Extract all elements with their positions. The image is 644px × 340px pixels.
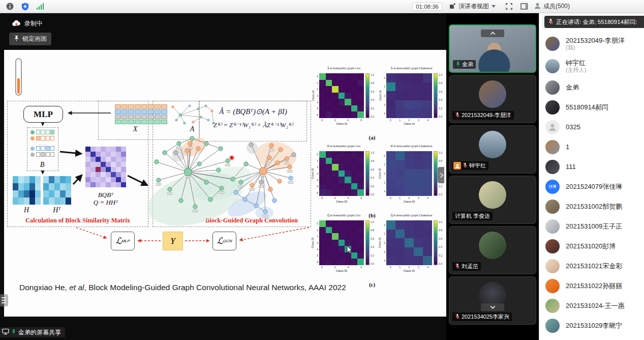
heatmap-row: H in homophilic graph CoraClass ID012345… — [311, 145, 445, 203]
expand-tiles-button[interactable] — [481, 303, 504, 311]
member-row[interactable]: 2021531022孙丽丽 — [539, 276, 644, 296]
mic-on-icon — [11, 329, 16, 336]
member-row[interactable]: 2021531021宋金彩 — [539, 256, 644, 276]
avatar — [545, 37, 560, 51]
heatmap-plot: Ã in homophilic graph CoraClass Id012345… — [311, 67, 377, 125]
video-tile[interactable]: 计算机 李俊达 — [449, 176, 536, 224]
avatar — [545, 100, 560, 115]
members-button[interactable]: 成员(500) — [534, 2, 570, 11]
h-transpose-matrix — [43, 176, 71, 205]
collapse-tiles-button[interactable] — [481, 30, 504, 37]
colorbar — [434, 73, 438, 118]
loss-mlp-box: ℒMLP — [111, 232, 135, 250]
chevron-up-icon — [490, 32, 495, 37]
heatmap-grid — [386, 73, 432, 118]
mic-muted-icon — [455, 263, 460, 270]
member-row[interactable]: 金弟 — [539, 77, 644, 97]
member-row[interactable]: 2021532049-李朋洋(我) — [539, 33, 644, 55]
member-row[interactable]: 0325 — [539, 117, 644, 137]
heatmap-plot: Ã in heterophilic graph ChameleonClass I… — [378, 67, 445, 125]
avatar — [479, 131, 506, 158]
speaker-view-icon — [449, 3, 456, 11]
h-matrix — [13, 176, 41, 205]
member-row[interactable]: 2021531002郜贺鹏 — [539, 196, 644, 216]
tile-name-label: 金弟 — [453, 60, 476, 69]
member-row[interactable]: 2021531020彭博 — [539, 236, 644, 256]
video-panel-collapse-handle[interactable] — [438, 167, 444, 183]
a-label: A — [185, 125, 200, 133]
member-row[interactable]: 111 — [539, 157, 644, 177]
security-shield-icon[interactable] — [19, 2, 30, 11]
thermometer-widget — [15, 58, 22, 96]
colorbar — [434, 220, 438, 265]
chevron-right-icon — [439, 173, 444, 178]
avatar — [545, 279, 560, 293]
avatar — [545, 140, 560, 154]
video-tile[interactable]: 2021534025李家兴 — [449, 276, 536, 325]
q-definition-label: Q = HHᵀ — [85, 199, 126, 207]
screen-share-banner-label: 金弟的屏幕共享 — [18, 328, 61, 337]
network-signal-icon[interactable] — [35, 2, 46, 11]
member-name: 2021531020彭博 — [566, 242, 616, 250]
side-panel-icon[interactable] — [519, 2, 530, 11]
member-row[interactable]: 钟宇红(主持人) — [539, 55, 644, 77]
heatmap-grid — [319, 220, 364, 265]
video-tile[interactable]: 2021532049-李朋洋 — [449, 75, 536, 123]
member-name: 1 — [566, 143, 569, 151]
avatar — [545, 120, 560, 134]
member-name: 2021531021宋金彩 — [566, 262, 622, 270]
members-panel: 正在讲话: 金弟; 55180914郝闫: 2021532049-李朋洋(我)钟… — [539, 13, 644, 340]
top-bar: 01:08:36 演讲者视图 成员(500) — [0, 0, 644, 13]
recording-indicator: 录制中 — [12, 19, 43, 28]
view-mode-dropdown[interactable]: 演讲者视图 — [449, 2, 496, 11]
heatmap-row: Q̂ in homophilic graph CoraClass ID01234… — [311, 214, 445, 272]
avatar — [479, 232, 506, 259]
avatar — [545, 59, 560, 73]
lock-screen-button[interactable]: 锁定画面 — [9, 33, 51, 45]
member-row[interactable]: 1 — [539, 137, 644, 157]
video-tile[interactable]: 刘孟茁 — [449, 226, 536, 274]
meeting-timer: 01:08:36 — [412, 3, 442, 11]
avatar — [545, 160, 560, 174]
video-tile[interactable]: 钟宇红 — [449, 125, 536, 174]
presentation-slide: MLP ...... X A B H Hᵀ BQBᵀ Q = HHᵀ Ã = (… — [4, 50, 446, 317]
x-label: X — [128, 125, 143, 133]
pin-icon — [14, 35, 19, 43]
member-row[interactable]: 佳琳2021524079张佳琳 — [539, 177, 644, 196]
mic-muted-icon — [548, 18, 554, 26]
bqb-label: BQBᵀ — [85, 191, 126, 199]
member-name: 111 — [566, 163, 576, 171]
member-name: 55180914郝闫 — [566, 103, 608, 111]
colorbar — [365, 73, 370, 118]
info-icon[interactable] — [4, 2, 15, 11]
video-tile[interactable]: 金弟 — [449, 24, 536, 73]
screen-share-banner: 金弟的屏幕共享 — [0, 327, 65, 337]
formula-adjacency: Ã = (BQBᵀ)⊙(A + βI) — [202, 107, 304, 116]
member-name: 金弟 — [566, 83, 579, 91]
tile-name-label: 钟宇红 — [452, 161, 488, 170]
avatar — [545, 80, 560, 95]
tile-name-label: 2021534025李家兴 — [452, 313, 512, 321]
annotation-toolbar-handle[interactable] — [0, 294, 8, 306]
mlp-box: MLP — [23, 106, 63, 123]
colorbar — [365, 220, 370, 265]
avatar — [545, 239, 560, 253]
member-row[interactable]: 2021531009王子正 — [539, 216, 644, 236]
chevron-down-icon — [492, 5, 496, 8]
heatmap-figures: Ã in homophilic graph CoraClass Id012345… — [311, 50, 446, 317]
mic-muted-icon — [463, 162, 468, 169]
heatmap-grid — [319, 151, 364, 196]
mic-on-icon — [455, 61, 461, 68]
cloud-record-icon — [12, 20, 21, 28]
chevron-down-icon — [490, 304, 495, 309]
heatmap-grid — [386, 220, 432, 265]
member-row[interactable]: 55180914郝闫 — [539, 97, 644, 117]
member-row[interactable]: 2021531029李晓宁 — [539, 316, 644, 335]
member-row[interactable]: 2021531024-王一惠 — [539, 296, 644, 316]
mic-muted-icon — [455, 314, 460, 320]
avatar — [479, 80, 506, 108]
fullscreen-icon[interactable] — [504, 2, 515, 11]
member-name: 2021531029李晓宁 — [566, 322, 622, 329]
member-list: 2021532049-李朋洋(我)钟宇红(主持人)金弟55180914郝闫032… — [539, 33, 644, 335]
member-role-label: (主持人) — [566, 67, 586, 73]
